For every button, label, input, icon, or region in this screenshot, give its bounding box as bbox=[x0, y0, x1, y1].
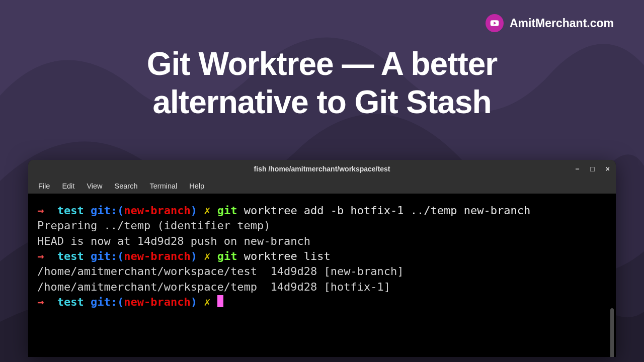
menu-search[interactable]: Search bbox=[110, 180, 143, 192]
titlebar: fish /home/amitmerchant/workspace/test −… bbox=[28, 160, 616, 178]
terminal-window: fish /home/amitmerchant/workspace/test −… bbox=[28, 160, 616, 357]
menu-help[interactable]: Help bbox=[184, 180, 209, 192]
prompt-branch: new-branch bbox=[124, 204, 190, 217]
prompt-arrow-icon: → bbox=[37, 250, 44, 262]
cursor bbox=[217, 295, 223, 307]
window-controls: − □ × bbox=[575, 160, 610, 178]
watermark-text: AmitMerchant.com bbox=[510, 17, 614, 30]
cmd-bin: git bbox=[217, 204, 237, 217]
minimize-button[interactable]: − bbox=[575, 165, 579, 172]
prompt-dirty-icon: ✗ bbox=[204, 204, 210, 217]
menu-view[interactable]: View bbox=[82, 180, 107, 192]
menu-file[interactable]: File bbox=[33, 180, 55, 192]
menubar: File Edit View Search Terminal Help bbox=[28, 178, 616, 194]
watermark: AmitMerchant.com bbox=[486, 14, 614, 32]
youtube-icon bbox=[486, 14, 504, 32]
close-button[interactable]: × bbox=[606, 165, 610, 172]
menu-terminal[interactable]: Terminal bbox=[145, 180, 183, 192]
scrollbar[interactable] bbox=[610, 308, 614, 357]
prompt-arrow-icon: → bbox=[37, 204, 44, 217]
prompt-git-close: ) bbox=[191, 296, 197, 308]
prompt-git-label: git:( bbox=[91, 204, 124, 217]
cmd-bin: git bbox=[217, 250, 237, 262]
prompt-branch: new-branch bbox=[124, 250, 190, 262]
cmd-rest: worktree list bbox=[237, 250, 330, 262]
prompt-dir: test bbox=[57, 296, 84, 308]
prompt-git-label: git:( bbox=[91, 250, 124, 262]
output-line: HEAD is now at 14d9d28 push on new-branc… bbox=[37, 235, 310, 247]
output-line: Preparing ../temp (identifier temp) bbox=[37, 219, 271, 232]
cmd-rest: worktree add -b hotfix-1 ../temp new-bra… bbox=[237, 204, 530, 217]
prompt-git-label: git:( bbox=[91, 296, 124, 308]
headline: Git Worktree — A betteralternative to Gi… bbox=[0, 45, 644, 121]
window-title: fish /home/amitmerchant/workspace/test bbox=[254, 165, 390, 173]
prompt-dirty-icon: ✗ bbox=[204, 250, 210, 262]
prompt-git-close: ) bbox=[191, 250, 197, 262]
prompt-arrow-icon: → bbox=[37, 296, 44, 308]
maximize-button[interactable]: □ bbox=[590, 165, 594, 172]
prompt-dir: test bbox=[57, 250, 84, 262]
prompt-branch: new-branch bbox=[124, 296, 190, 308]
prompt-dir: test bbox=[57, 204, 84, 217]
output-line: /home/amitmerchant/workspace/temp 14d9d2… bbox=[37, 281, 390, 293]
output-line: /home/amitmerchant/workspace/test 14d9d2… bbox=[37, 265, 404, 278]
menu-edit[interactable]: Edit bbox=[57, 180, 79, 192]
terminal-body[interactable]: → test git:(new-branch) ✗ git worktree a… bbox=[28, 194, 616, 357]
prompt-dirty-icon: ✗ bbox=[204, 296, 210, 308]
prompt-git-close: ) bbox=[191, 204, 197, 217]
